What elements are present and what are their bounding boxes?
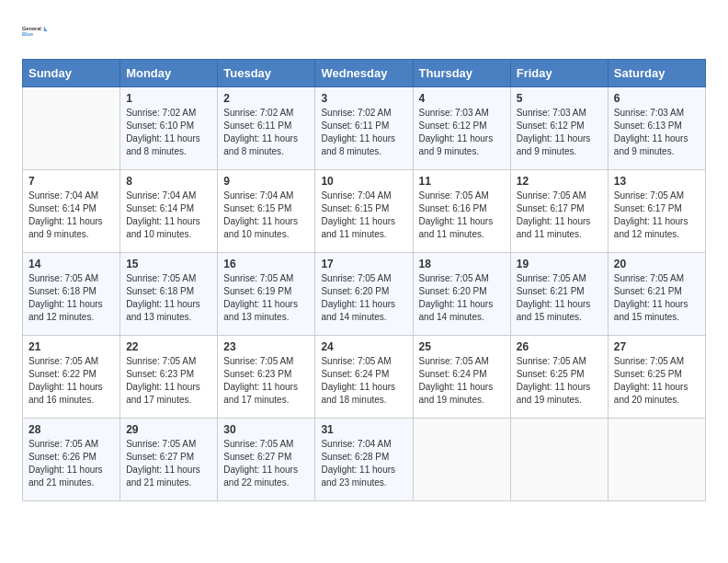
- day-info: Sunrise: 7:05 AMSunset: 6:24 PMDaylight:…: [419, 355, 505, 407]
- day-info: Sunrise: 7:05 AMSunset: 6:25 PMDaylight:…: [614, 355, 700, 407]
- calendar-cell: 23Sunrise: 7:05 AMSunset: 6:23 PMDayligh…: [218, 336, 315, 419]
- day-info: Sunrise: 7:04 AMSunset: 6:15 PMDaylight:…: [321, 190, 406, 241]
- calendar-cell: 6Sunrise: 7:03 AMSunset: 6:13 PMDaylight…: [608, 87, 705, 170]
- calendar-table: SundayMondayTuesdayWednesdayThursdayFrid…: [22, 59, 706, 501]
- calendar-cell: [23, 87, 120, 170]
- day-number: 21: [28, 340, 114, 353]
- day-info: Sunrise: 7:04 AMSunset: 6:28 PMDaylight:…: [321, 438, 406, 489]
- day-number: 10: [321, 175, 406, 188]
- day-info: Sunrise: 7:03 AMSunset: 6:13 PMDaylight:…: [614, 107, 700, 158]
- calendar-cell: 10Sunrise: 7:04 AMSunset: 6:15 PMDayligh…: [315, 170, 413, 253]
- calendar-cell: 11Sunrise: 7:05 AMSunset: 6:16 PMDayligh…: [413, 170, 510, 253]
- day-number: 6: [614, 92, 700, 105]
- day-info: Sunrise: 7:02 AMSunset: 6:11 PMDaylight:…: [223, 107, 309, 158]
- day-number: 15: [126, 258, 211, 270]
- day-info: Sunrise: 7:02 AMSunset: 6:10 PMDaylight:…: [126, 107, 211, 158]
- calendar-cell: 18Sunrise: 7:05 AMSunset: 6:20 PMDayligh…: [413, 253, 510, 336]
- day-number: 29: [126, 423, 211, 436]
- weekday-header-thursday: Thursday: [413, 60, 510, 87]
- day-number: 30: [223, 423, 309, 436]
- svg-text:Blue: Blue: [22, 31, 33, 37]
- day-number: 25: [419, 340, 505, 353]
- day-number: 4: [419, 92, 505, 105]
- day-info: Sunrise: 7:05 AMSunset: 6:27 PMDaylight:…: [223, 438, 309, 489]
- calendar-cell: 9Sunrise: 7:04 AMSunset: 6:15 PMDaylight…: [218, 170, 315, 253]
- header: GeneralBlue: [22, 18, 706, 44]
- day-number: 9: [223, 175, 309, 188]
- day-info: Sunrise: 7:05 AMSunset: 6:18 PMDaylight:…: [28, 272, 114, 324]
- day-info: Sunrise: 7:04 AMSunset: 6:14 PMDaylight:…: [126, 190, 211, 241]
- day-info: Sunrise: 7:04 AMSunset: 6:14 PMDaylight:…: [28, 190, 114, 241]
- day-info: Sunrise: 7:05 AMSunset: 6:23 PMDaylight:…: [223, 355, 309, 407]
- day-number: 20: [614, 258, 700, 270]
- weekday-header-row: SundayMondayTuesdayWednesdayThursdayFrid…: [23, 60, 706, 87]
- svg-text:General: General: [22, 26, 41, 31]
- day-number: 28: [28, 423, 114, 436]
- day-number: 17: [321, 258, 406, 270]
- day-number: 7: [28, 175, 114, 188]
- day-number: 13: [614, 175, 700, 188]
- calendar-cell: 16Sunrise: 7:05 AMSunset: 6:19 PMDayligh…: [218, 253, 315, 336]
- day-number: 26: [517, 340, 602, 353]
- calendar-cell: 21Sunrise: 7:05 AMSunset: 6:22 PMDayligh…: [23, 336, 120, 419]
- day-info: Sunrise: 7:03 AMSunset: 6:12 PMDaylight:…: [419, 107, 505, 158]
- day-number: 11: [419, 175, 505, 188]
- day-info: Sunrise: 7:05 AMSunset: 6:18 PMDaylight:…: [126, 272, 211, 324]
- day-info: Sunrise: 7:05 AMSunset: 6:23 PMDaylight:…: [126, 355, 211, 407]
- calendar-cell: 20Sunrise: 7:05 AMSunset: 6:21 PMDayligh…: [608, 253, 705, 336]
- calendar-cell: 2Sunrise: 7:02 AMSunset: 6:11 PMDaylight…: [218, 87, 315, 170]
- day-number: 19: [517, 258, 602, 270]
- day-number: 5: [517, 92, 602, 105]
- logo-icon: GeneralBlue: [22, 18, 48, 44]
- calendar-cell: 22Sunrise: 7:05 AMSunset: 6:23 PMDayligh…: [120, 336, 218, 419]
- calendar-cell: 15Sunrise: 7:05 AMSunset: 6:18 PMDayligh…: [120, 253, 218, 336]
- calendar-week-row: 7Sunrise: 7:04 AMSunset: 6:14 PMDaylight…: [23, 170, 706, 253]
- calendar-cell: 17Sunrise: 7:05 AMSunset: 6:20 PMDayligh…: [315, 253, 413, 336]
- calendar-cell: 30Sunrise: 7:05 AMSunset: 6:27 PMDayligh…: [218, 419, 315, 501]
- calendar-cell: 19Sunrise: 7:05 AMSunset: 6:21 PMDayligh…: [510, 253, 608, 336]
- day-info: Sunrise: 7:03 AMSunset: 6:12 PMDaylight:…: [517, 107, 602, 158]
- weekday-header-sunday: Sunday: [23, 60, 120, 87]
- day-number: 31: [321, 423, 406, 436]
- day-info: Sunrise: 7:05 AMSunset: 6:21 PMDaylight:…: [517, 272, 602, 324]
- day-info: Sunrise: 7:05 AMSunset: 6:17 PMDaylight:…: [614, 190, 700, 241]
- calendar-cell: 3Sunrise: 7:02 AMSunset: 6:11 PMDaylight…: [315, 87, 413, 170]
- calendar-cell: 27Sunrise: 7:05 AMSunset: 6:25 PMDayligh…: [608, 336, 705, 419]
- day-number: 1: [126, 92, 211, 105]
- calendar-week-row: 21Sunrise: 7:05 AMSunset: 6:22 PMDayligh…: [23, 336, 706, 419]
- weekday-header-monday: Monday: [120, 60, 218, 87]
- weekday-header-tuesday: Tuesday: [218, 60, 315, 87]
- calendar-cell: [608, 419, 705, 501]
- day-info: Sunrise: 7:05 AMSunset: 6:25 PMDaylight:…: [517, 355, 602, 407]
- day-number: 14: [28, 258, 114, 270]
- day-number: 2: [223, 92, 309, 105]
- day-info: Sunrise: 7:05 AMSunset: 6:20 PMDaylight:…: [321, 272, 406, 324]
- day-number: 22: [126, 340, 211, 353]
- day-number: 18: [419, 258, 505, 270]
- day-number: 12: [517, 175, 602, 188]
- weekday-header-saturday: Saturday: [608, 60, 705, 87]
- day-number: 8: [126, 175, 211, 188]
- day-info: Sunrise: 7:05 AMSunset: 6:21 PMDaylight:…: [614, 272, 700, 324]
- calendar-cell: 31Sunrise: 7:04 AMSunset: 6:28 PMDayligh…: [315, 419, 413, 501]
- calendar-cell: 25Sunrise: 7:05 AMSunset: 6:24 PMDayligh…: [413, 336, 510, 419]
- calendar-cell: 24Sunrise: 7:05 AMSunset: 6:24 PMDayligh…: [315, 336, 413, 419]
- svg-marker-2: [44, 26, 48, 31]
- calendar-week-row: 28Sunrise: 7:05 AMSunset: 6:26 PMDayligh…: [23, 419, 706, 501]
- calendar-cell: 14Sunrise: 7:05 AMSunset: 6:18 PMDayligh…: [23, 253, 120, 336]
- calendar-cell: [510, 419, 608, 501]
- calendar-week-row: 14Sunrise: 7:05 AMSunset: 6:18 PMDayligh…: [23, 253, 706, 336]
- calendar-cell: 4Sunrise: 7:03 AMSunset: 6:12 PMDaylight…: [413, 87, 510, 170]
- day-info: Sunrise: 7:05 AMSunset: 6:17 PMDaylight:…: [517, 190, 602, 241]
- day-info: Sunrise: 7:05 AMSunset: 6:27 PMDaylight:…: [126, 438, 211, 489]
- logo: GeneralBlue: [22, 18, 48, 44]
- day-info: Sunrise: 7:05 AMSunset: 6:20 PMDaylight:…: [419, 272, 505, 324]
- calendar-cell: 12Sunrise: 7:05 AMSunset: 6:17 PMDayligh…: [510, 170, 608, 253]
- calendar-cell: 5Sunrise: 7:03 AMSunset: 6:12 PMDaylight…: [510, 87, 608, 170]
- day-info: Sunrise: 7:05 AMSunset: 6:26 PMDaylight:…: [28, 438, 114, 489]
- day-info: Sunrise: 7:05 AMSunset: 6:24 PMDaylight:…: [321, 355, 406, 407]
- day-info: Sunrise: 7:05 AMSunset: 6:19 PMDaylight:…: [223, 272, 309, 324]
- day-number: 16: [223, 258, 309, 270]
- day-info: Sunrise: 7:05 AMSunset: 6:16 PMDaylight:…: [419, 190, 505, 241]
- day-number: 23: [223, 340, 309, 353]
